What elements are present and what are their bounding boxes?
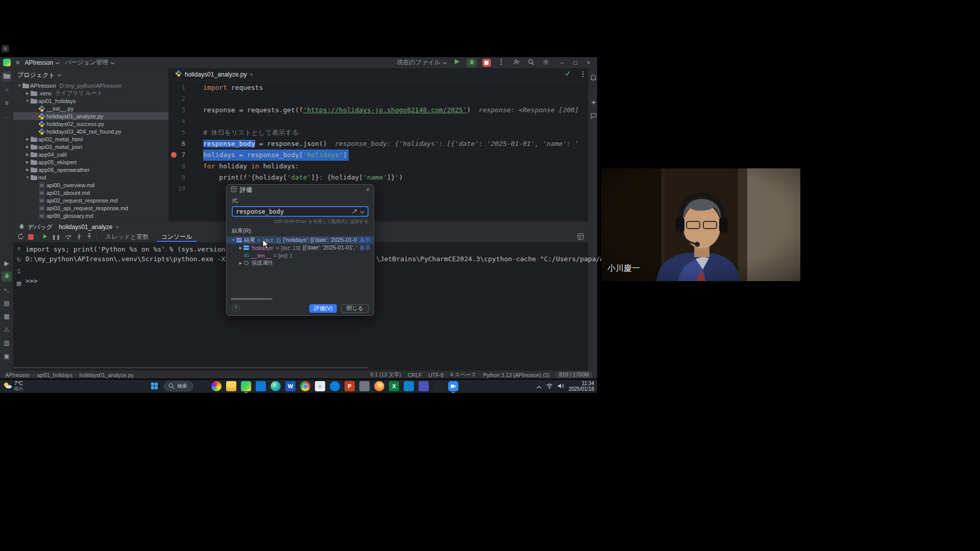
run-config-selector[interactable]: 現在のファイル: [397, 58, 447, 67]
gutter-line-8[interactable]: 8: [168, 161, 190, 172]
tab-console[interactable]: コンソール: [157, 232, 197, 242]
search-everywhere-icon[interactable]: [526, 58, 536, 67]
services-icon[interactable]: ▦: [2, 311, 12, 321]
stop-button[interactable]: [481, 58, 492, 67]
breadcrumb-item[interactable]: api01_holidays: [37, 372, 72, 378]
gutter-line-3[interactable]: 3: [168, 105, 190, 116]
ai-assistant-icon[interactable]: [590, 98, 597, 108]
problems-icon[interactable]: ⚠: [2, 324, 12, 335]
file-encoding[interactable]: UTF-8: [428, 372, 444, 378]
code-line-6[interactable]: response_body = response.json() response…: [203, 138, 588, 149]
console-icon-3[interactable]: ↧: [14, 268, 23, 275]
vcs-widget[interactable]: バージョン管理: [65, 58, 115, 67]
network-icon[interactable]: [546, 382, 553, 391]
tree-item-api02_metal_html[interactable]: ▶api02_metal_html: [13, 135, 168, 143]
result-row-2[interactable]: 01__len__= {int}1: [227, 252, 374, 259]
step-over-icon[interactable]: [65, 233, 72, 241]
tray-overflow-icon[interactable]: [536, 382, 542, 391]
gutter-line-4[interactable]: 4: [168, 116, 190, 127]
code-line-3[interactable]: response = requests.get(f'https://holida…: [203, 105, 588, 116]
tree-item-.venv[interactable]: ▶.venvライブラリ ルート: [13, 89, 168, 97]
breakpoint-icon[interactable]: [171, 152, 177, 158]
code-line-7[interactable]: holidays = response_body['holidays']: [203, 149, 588, 161]
taskbar-app-vs[interactable]: [359, 381, 370, 391]
minimize-button[interactable]: –: [555, 58, 569, 68]
taskbar-app-outlook[interactable]: [256, 381, 266, 391]
tree-item-holidays02_success.py[interactable]: holidays02_success.py: [13, 120, 168, 128]
taskbar-app-github[interactable]: [433, 381, 444, 391]
run-toolwindow-icon[interactable]: ▶: [2, 258, 12, 268]
notifications-icon[interactable]: [590, 73, 597, 84]
debug-button[interactable]: [467, 58, 477, 67]
debug-session-tab[interactable]: holidays01_analyze ×: [55, 222, 123, 232]
layout-settings-icon[interactable]: [577, 233, 584, 241]
main-menu-icon[interactable]: ≡: [16, 59, 20, 66]
dialog-close-button[interactable]: 閉じる: [341, 304, 369, 313]
gutter-line-2[interactable]: 2: [168, 93, 190, 105]
volume-icon[interactable]: [557, 382, 564, 391]
tab-threads-variables[interactable]: スレッドと変数: [101, 232, 153, 242]
taskbar-app-firefox[interactable]: [374, 381, 384, 391]
evaluate-button[interactable]: 評価(V): [309, 304, 337, 313]
editor-tab[interactable]: holidays01_analyze.py ×: [173, 68, 256, 80]
result-row-3[interactable]: ▶保護属性: [227, 259, 374, 267]
tree-item-api00_overview.md[interactable]: Mapi00_overview.md: [13, 181, 168, 189]
tree-item-app05_ekispert[interactable]: ▶app05_ekispert: [13, 158, 168, 166]
run-button[interactable]: [452, 58, 462, 67]
taskbar-app-excel[interactable]: X: [389, 381, 399, 391]
terminal-icon[interactable]: ▤: [2, 298, 12, 308]
taskbar-app-skype[interactable]: [330, 381, 340, 391]
tree-item-__init__.py[interactable]: __init__.py: [13, 105, 168, 112]
help-button[interactable]: ?: [232, 304, 240, 312]
code-line-2[interactable]: [203, 93, 588, 105]
python-interpreter[interactable]: Python 3.13 (APIresson) (2): [483, 372, 549, 378]
memory-indicator[interactable]: 819 / 1700M: [556, 371, 592, 378]
taskbar-app-pinwheel[interactable]: [211, 381, 222, 391]
packages-icon[interactable]: ▥: [2, 338, 12, 348]
tree-item-api03_metal_json[interactable]: ▶api03_metal_json: [13, 143, 168, 151]
rerun-icon[interactable]: [17, 233, 24, 241]
line-separator[interactable]: CRLF: [408, 372, 422, 378]
result-row-0[interactable]: ▼結果= {dict: 1}{'holidays': [{'date': '20…: [227, 236, 374, 244]
expression-input[interactable]: response_body: [232, 206, 369, 217]
gutter-line-5[interactable]: 5: [168, 127, 190, 138]
project-toolwindow-icon[interactable]: [2, 71, 12, 82]
editor-gutter[interactable]: 12345678910: [168, 81, 190, 221]
maximize-button[interactable]: □: [569, 58, 582, 68]
taskbar-search[interactable]: 検索: [164, 381, 193, 391]
tree-item-api99_glossary.md[interactable]: Mapi99_glossary.md: [13, 212, 168, 219]
close-button[interactable]: ×: [582, 58, 595, 68]
structure-toolwindow-icon[interactable]: ≡: [2, 98, 12, 108]
console-scrollbar[interactable]: [13, 367, 368, 368]
gutter-line-9[interactable]: 9: [168, 172, 190, 183]
dialog-close-icon[interactable]: ×: [366, 186, 370, 193]
tab-close-icon[interactable]: ×: [250, 71, 253, 78]
console-icon-4[interactable]: ▦: [14, 280, 23, 287]
show-value-link[interactable]: 表示: [359, 236, 371, 244]
code-line-9[interactable]: print(f'{holiday['date']}: {holiday['nam…: [203, 172, 588, 183]
taskbar-app-edge[interactable]: [271, 381, 281, 391]
indent-style[interactable]: 4 スペース: [450, 371, 477, 379]
taskbar-app-pycharm[interactable]: [241, 381, 251, 391]
stop-debug-icon[interactable]: [28, 234, 34, 240]
pause-icon[interactable]: ❚❚: [52, 235, 61, 240]
tab-close-icon[interactable]: ×: [116, 224, 119, 230]
project-widget[interactable]: APIresson: [25, 59, 60, 66]
tree-item-app04_calil[interactable]: ▶app04_calil: [13, 151, 168, 158]
debug-toolwindow-label[interactable]: デバッグ: [18, 223, 53, 232]
code-line-1[interactable]: import requests: [203, 82, 588, 93]
caret-position[interactable]: 6:1 (13 文字): [371, 371, 401, 379]
chat-toolwindow-icon[interactable]: [590, 111, 597, 121]
console-icon-2[interactable]: ↻: [14, 257, 23, 263]
gutter-line-10[interactable]: 10: [168, 183, 190, 194]
code-line-8[interactable]: for holiday in holidays:: [203, 161, 588, 172]
result-row-1[interactable]: ▶'holidays'= {list: 19}[{'date': '2025-0…: [227, 244, 374, 252]
python-console-icon[interactable]: >_: [2, 285, 12, 295]
breadcrumb-item[interactable]: APIresson: [5, 372, 30, 378]
desktop-shortcut-icon[interactable]: [2, 45, 9, 53]
tree-item-APIresson[interactable]: ▼APIressonD:\my_python\APIresson: [13, 82, 168, 89]
dialog-title-bar[interactable]: 評価 ×: [227, 185, 374, 195]
code-line-4[interactable]: [203, 116, 588, 127]
chevron-down-icon[interactable]: [57, 71, 62, 79]
taskbar-app-word[interactable]: W: [285, 381, 296, 391]
